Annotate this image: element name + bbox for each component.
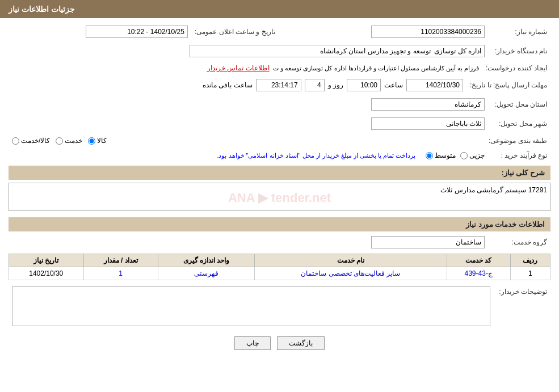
- groh-khedmat-value: [9, 234, 488, 250]
- rooz-label: روز و: [328, 81, 343, 89]
- noe-farayand-content: جزیی متوسط پرداخت تمام یا بخشی از مبلغ خ…: [9, 150, 488, 161]
- cell-radif: 1: [510, 267, 550, 280]
- sharh-koli-label: شرح کلی نیاز:: [501, 168, 545, 177]
- col-nam: نام خدمت: [255, 254, 447, 267]
- ostan-input[interactable]: [371, 98, 485, 111]
- tabaghe-radios: کالا/خدمت خدمت کالا: [9, 135, 485, 146]
- cell-kod: ج-43-439: [447, 267, 510, 280]
- sharh-koli-header: شرح کلی نیاز:: [9, 166, 550, 180]
- info-table-row6: شهر محل تحویل:: [9, 116, 550, 132]
- cell-vahed: فهرستی: [158, 267, 254, 280]
- radio-khedmat-item: خدمت: [56, 137, 82, 145]
- col-kod: کد خدمت: [447, 254, 510, 267]
- tarikh-elan-input[interactable]: [86, 26, 188, 38]
- radio-jozi-label: جزیی: [469, 151, 485, 159]
- col-vahed: واحد اندازه گیری: [158, 254, 254, 267]
- mohlat-rooz-input[interactable]: [305, 79, 325, 91]
- mohlat-values: ساعت روز و ساعت باقی مانده: [9, 77, 466, 93]
- page-title: جزئیات اطلاعات نیاز: [9, 5, 75, 14]
- mohlat-date-input[interactable]: [406, 79, 463, 91]
- groh-khedmat-table: گروه خدمت:: [9, 234, 550, 250]
- info-table-row7: طبقه بندی موضوعی: کالا/خدمت خدمت کالا: [9, 135, 550, 146]
- shomare-niaz-value: [287, 24, 488, 40]
- radio-kala[interactable]: [88, 137, 95, 145]
- farayand-desc: پرداخت تمام یا بخشی از مبلغ خریدار از مح…: [217, 152, 415, 159]
- radio-khedmat-label: خدمت: [65, 137, 82, 145]
- services-table-head: ردیف کد خدمت نام خدمت واحد اندازه گیری ت…: [9, 254, 550, 267]
- groh-khedmat-label: گروه خدمت:: [488, 234, 550, 250]
- ostan-label: استان محل تحویل:: [488, 96, 550, 112]
- info-table-row3: ایجاد کننده درخواست: فرزام به آیین کارشن…: [9, 62, 550, 74]
- services-table: ردیف کد خدمت نام خدمت واحد اندازه گیری ت…: [9, 254, 550, 280]
- remaining-label: ساعت باقی مانده: [203, 81, 253, 89]
- info-table-row8: نوع فرآیند خرید : جزیی متوسط پرداخت تمام…: [9, 150, 550, 161]
- radio-jozi-item: جزیی: [460, 151, 485, 159]
- mohlat-label: مهلت ارسال پاسخ: تا تاریخ:: [466, 77, 550, 93]
- noe-farayand-label: نوع فرآیند خرید :: [488, 150, 550, 161]
- groh-khedmat-input[interactable]: [371, 236, 485, 248]
- col-radif: ردیف: [510, 254, 550, 267]
- sharh-koli-watermark-area: 17291 سیستم گرمایشی مدارس ثلاث ANA ▶ ten…: [9, 183, 550, 213]
- ostan-value: [9, 96, 488, 112]
- print-button[interactable]: چاپ: [234, 336, 271, 350]
- nam-dastgah-value: [9, 43, 488, 59]
- table-row: 1 ج-43-439 سایر فعالیت‌های تخصصی ساختمان…: [9, 267, 550, 280]
- ijad-konnande-label: ایجاد کننده درخواست:: [482, 62, 550, 74]
- col-tarikh: تاریخ نیاز: [9, 254, 84, 267]
- towzih-value: [9, 285, 494, 330]
- radio-motovaset[interactable]: [426, 152, 433, 159]
- shahr-input[interactable]: [371, 117, 485, 130]
- services-table-body: 1 ج-43-439 سایر فعالیت‌های تخصصی ساختمان…: [9, 267, 550, 280]
- towzih-label: توضیحات خریدار:: [494, 285, 550, 330]
- cell-nam: سایر فعالیت‌های تخصصی ساختمان: [255, 267, 447, 280]
- khadamat-section-title: اطلاعات خدمات مورد نیاز: [466, 220, 545, 229]
- sharh-koli-section: شرح کلی نیاز: 17291 سیستم گرمایشی مدارس …: [9, 166, 550, 213]
- shahr-label: شهر محل تحویل:: [488, 116, 550, 132]
- info-table-row5: استان محل تحویل:: [9, 96, 550, 112]
- tamaskh-kharidaar-link[interactable]: اطلاعات تماس خریدار: [207, 64, 270, 72]
- back-button[interactable]: بازگشت: [277, 336, 325, 350]
- radio-khedmat[interactable]: [56, 137, 63, 145]
- shomare-niaz-input[interactable]: [371, 26, 485, 38]
- content-area: شماره نیاز: تاریخ و ساعت اعلان عمومی: نا…: [0, 18, 559, 360]
- ijad-konnande-value: فرزام به آیین کارشناس مسئول اعتبارات و ق…: [9, 62, 482, 74]
- mohlat-saat-input[interactable]: [347, 79, 381, 91]
- shahr-value: [9, 116, 488, 132]
- tarikh-elan-label: تاریخ و ساعت اعلان عمومی:: [191, 24, 287, 40]
- radio-kala-khedmat-item: کالا/خدمت: [12, 137, 50, 145]
- info-table-row2: نام دستگاه خریدار:: [9, 43, 550, 59]
- mohlat-remaining-input[interactable]: [256, 79, 301, 91]
- khadamat-section-header: اطلاعات خدمات مورد نیاز: [9, 217, 550, 231]
- cell-tedad: 1: [83, 267, 158, 280]
- radio-kala-khedmat[interactable]: [12, 137, 19, 145]
- tarikh-elan-value: [9, 24, 191, 40]
- towzih-textarea[interactable]: [12, 286, 490, 326]
- shomare-niaz-label: شماره نیاز:: [488, 24, 550, 40]
- sharh-koli-textarea[interactable]: 17291 سیستم گرمایشی مدارس ثلاث: [9, 183, 550, 211]
- ijad-konnande-text: فرزام به آیین کارشناس مسئول اعتبارات و ق…: [273, 65, 479, 71]
- col-tedad: تعداد / مقدار: [83, 254, 158, 267]
- radio-jozi[interactable]: [460, 152, 468, 159]
- page-wrapper: جزئیات اطلاعات نیاز شماره نیاز: تاریخ و …: [0, 0, 559, 392]
- radio-motovaset-label: متوسط: [435, 151, 456, 159]
- towzih-table: توضیحات خریدار:: [9, 285, 550, 330]
- nam-dastgah-label: نام دستگاه خریدار:: [488, 43, 550, 59]
- info-table-row1: شماره نیاز: تاریخ و ساعت اعلان عمومی:: [9, 24, 550, 40]
- buttons-row: بازگشت چاپ: [9, 336, 550, 350]
- radio-kala-khedmat-label: کالا/خدمت: [21, 137, 50, 145]
- page-header: جزئیات اطلاعات نیاز: [0, 0, 559, 18]
- nam-dastgah-input[interactable]: [190, 45, 485, 57]
- cell-tarikh: 1402/10/30: [9, 267, 84, 280]
- info-table-row4: مهلت ارسال پاسخ: تا تاریخ: ساعت روز و سا…: [9, 77, 550, 93]
- radio-motovaset-item: متوسط: [426, 151, 456, 159]
- tabaghe-label: طبقه بندی موضوعی:: [485, 135, 550, 146]
- radio-kala-item: کالا: [88, 137, 107, 145]
- saat-label: ساعت: [384, 81, 403, 89]
- radio-kala-label: کالا: [97, 137, 107, 145]
